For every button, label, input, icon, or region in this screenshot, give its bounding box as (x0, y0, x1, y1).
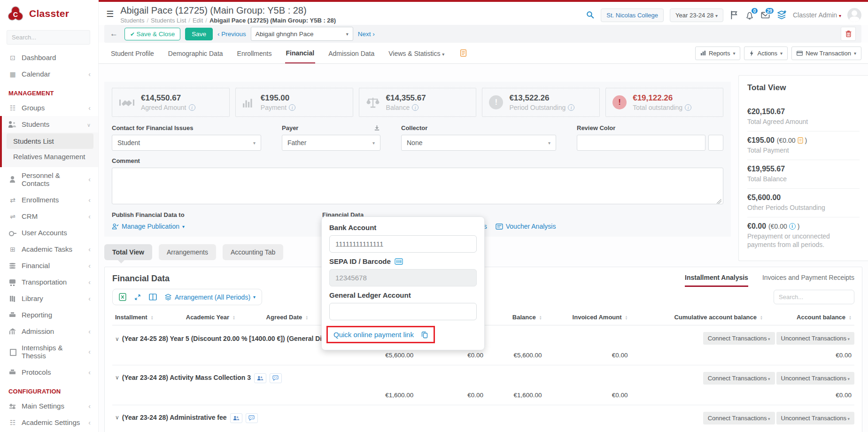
contact-select[interactable]: Student▾ (112, 135, 261, 151)
delete-button[interactable] (841, 27, 856, 41)
column-agreed-date[interactable]: Agreed Date▲▼ (264, 310, 324, 325)
group-comment-button[interactable] (270, 373, 282, 383)
tab-financial[interactable]: Financial (285, 43, 316, 63)
expand-icon[interactable] (134, 293, 141, 301)
arrangement-filter-link[interactable]: Arrangement (All Periods) ▾ (164, 293, 256, 301)
sidebar-item-relatives-management[interactable]: Relatives Management (2, 149, 98, 164)
copy-icon[interactable] (421, 331, 428, 339)
connect-transactions-button[interactable]: Connect Transactions (703, 372, 775, 385)
group-title[interactable]: (Year 23-24 28) Administrative fee (112, 405, 631, 427)
sidebar-item-personnel-contacts[interactable]: Personnel & Contacts (0, 167, 98, 192)
sidebar-item-students[interactable]: Students (2, 116, 98, 132)
info-icon[interactable] (289, 104, 295, 111)
sidebar-item-crm[interactable]: CRM (0, 208, 98, 224)
payer-history-icon[interactable] (373, 124, 380, 131)
save-close-button[interactable]: Save & Close (124, 28, 180, 40)
back-arrow-icon[interactable]: ← (110, 29, 118, 39)
group-students-button[interactable] (230, 413, 242, 423)
columns-icon[interactable] (149, 293, 157, 301)
layers-add-icon[interactable] (776, 10, 787, 20)
avatar[interactable] (847, 8, 861, 22)
notes-icon[interactable] (459, 49, 467, 57)
connect-transactions-button[interactable]: Connect Transactions (703, 332, 775, 345)
comment-textarea[interactable] (112, 168, 723, 204)
sidebar-item-user-accounts[interactable]: User Accounts (0, 224, 98, 241)
info-icon[interactable] (685, 104, 691, 111)
user-menu[interactable]: Classter Admin ▾ (793, 11, 841, 19)
sidebar-item-reporting[interactable]: Reporting (0, 307, 98, 323)
breadcrumb-item[interactable]: Edit (193, 17, 203, 24)
subtab-arrangements[interactable]: Arrangements (159, 244, 216, 260)
classter-logo[interactable]: C Classter (0, 0, 98, 27)
column-installment[interactable]: Installment▲▼ (112, 310, 183, 325)
info-icon[interactable] (789, 223, 796, 230)
search-icon[interactable] (586, 11, 595, 19)
reports-button[interactable]: Reports▾ (695, 46, 741, 60)
flag-icon[interactable] (729, 10, 739, 20)
column-balance[interactable]: Balance▲▼ (486, 310, 545, 325)
sidebar-item-academic-settings[interactable]: Academic Settings (0, 414, 98, 431)
save-button[interactable]: Save (185, 28, 213, 40)
table-search-input[interactable] (774, 290, 854, 304)
manage-publication-link[interactable]: Manage Publication ▾ (112, 223, 185, 230)
sidebar-item-internships-thesis[interactable]: Internships & Thessis (0, 339, 98, 364)
hamburger-menu-icon[interactable]: ☰ (106, 9, 114, 19)
unconnect-transactions-button[interactable]: Unconnect Transactions (776, 332, 855, 345)
tab-student-profile[interactable]: Student Profile (110, 44, 155, 63)
previous-record-link[interactable]: ‹ Previous (217, 31, 246, 38)
sidebar-item-academic-tasks[interactable]: Academic Tasks (0, 241, 98, 257)
excel-export-icon[interactable] (119, 293, 126, 301)
breadcrumb-item[interactable]: Students (120, 17, 144, 24)
school-selector-button[interactable]: St. Nicolas College (601, 8, 664, 22)
ledger-input[interactable] (329, 303, 477, 320)
sidebar-item-transportation[interactable]: Transportation (0, 274, 98, 290)
tab-installment-analysis[interactable]: Installment Analysis (685, 274, 748, 287)
info-icon[interactable] (568, 104, 574, 111)
column-invoiced-amount[interactable]: Invoiced Amount▲▼ (545, 310, 631, 325)
student-selector[interactable]: Abigail ghnghn Pace ▾ (251, 27, 353, 41)
unconnect-transactions-button[interactable]: Unconnect Transactions (776, 412, 855, 424)
sidebar-item-enrollments[interactable]: Enrollments (0, 192, 98, 208)
balance-cell[interactable]: €0.00 (486, 426, 545, 432)
sidebar-item-groups[interactable]: Groups (0, 100, 98, 116)
collector-select[interactable]: None▾ (401, 135, 556, 151)
voucher-analysis-link[interactable]: Voucher Analysis (496, 223, 556, 230)
unconnect-transactions-button[interactable]: Unconnect Transactions (776, 372, 855, 385)
sidebar-item-library[interactable]: Library (0, 290, 98, 307)
review-color-input[interactable] (577, 135, 705, 151)
column-account-balance[interactable]: Account balance▲▼ (766, 310, 854, 325)
info-icon[interactable] (412, 104, 418, 111)
info-icon[interactable] (189, 104, 195, 111)
tab-demographic-data[interactable]: Demographic Data (167, 44, 224, 63)
messages-mail-icon[interactable]: 29 (760, 10, 770, 20)
column-cumulative-balance[interactable]: Cumulative account balance▲▼ (631, 310, 766, 325)
amount-link-cell[interactable]: €0.00 (416, 426, 486, 432)
sidebar-item-dashboard[interactable]: Dashboard (0, 49, 98, 66)
sidebar-item-financial[interactable]: Financial (0, 257, 98, 274)
tab-enrollments[interactable]: Enrollments (236, 44, 273, 63)
group-students-button[interactable] (254, 373, 266, 383)
tab-views-statistics[interactable]: Views & Statistics ▾ (388, 44, 445, 63)
bank-account-input[interactable] (329, 235, 477, 253)
barcode-icon[interactable] (395, 258, 403, 265)
sidebar-search-input[interactable] (7, 30, 90, 45)
sidebar-item-students-list[interactable]: Students List (7, 133, 93, 149)
quick-payment-link[interactable]: Quick online payment link (333, 331, 414, 339)
connect-transactions-button[interactable]: Connect Transactions (703, 412, 775, 424)
subtab-total-view[interactable]: Total View (104, 244, 152, 260)
breadcrumb-item[interactable]: Students List (151, 17, 186, 24)
tab-invoices-receipts[interactable]: Invoices and Payment Receipts (762, 274, 854, 285)
sidebar-item-main-settings[interactable]: Main Settings (0, 398, 98, 414)
subtab-accounting-tab[interactable]: Accounting Tab (223, 244, 283, 260)
group-title[interactable]: (Year 23-24 28) Activity Mass Collection… (112, 365, 631, 387)
new-transaction-button[interactable]: New Transaction▾ (791, 46, 861, 60)
sidebar-item-protocols[interactable]: Protocols (0, 364, 98, 380)
notifications-bell-icon[interactable]: 0 (745, 10, 754, 20)
year-selector-button[interactable]: Year 23-24 28 ▾ (670, 8, 723, 22)
review-color-swatch[interactable] (708, 135, 723, 151)
next-record-link[interactable]: Next › (358, 31, 375, 38)
column-academic-year[interactable]: Academic Year▲▼ (183, 310, 264, 325)
document-icon[interactable] (798, 137, 803, 144)
sidebar-item-calendar[interactable]: Calendar (0, 66, 98, 82)
group-comment-button[interactable] (246, 413, 258, 423)
